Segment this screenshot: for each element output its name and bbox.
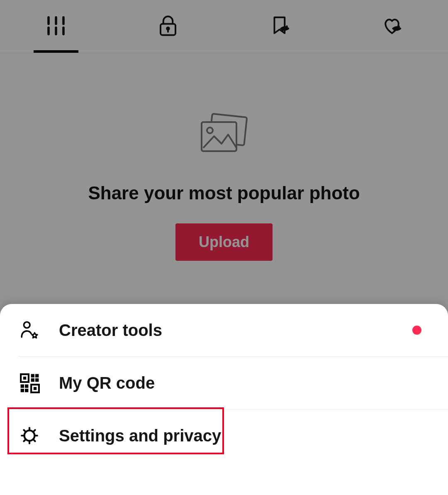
grid-icon bbox=[45, 15, 67, 39]
empty-state-title: Share your most popular photo bbox=[88, 183, 360, 203]
svg-rect-23 bbox=[21, 385, 24, 387]
profile-tabs bbox=[0, 0, 448, 53]
lock-icon bbox=[157, 15, 179, 39]
svg-rect-25 bbox=[21, 389, 24, 392]
svg-rect-26 bbox=[25, 389, 28, 392]
tab-heart-hidden[interactable] bbox=[336, 0, 448, 53]
heart-hidden-icon bbox=[381, 15, 403, 39]
menu-label: Settings and privacy bbox=[59, 426, 221, 445]
svg-rect-19 bbox=[31, 374, 34, 377]
empty-state: Share your most popular photo Upload bbox=[0, 53, 448, 261]
menu-item-creator-tools[interactable]: Creator tools bbox=[0, 304, 448, 356]
creator-tools-icon bbox=[18, 319, 41, 341]
settings-icon bbox=[18, 424, 41, 447]
svg-rect-22 bbox=[36, 379, 39, 382]
upload-button[interactable]: Upload bbox=[175, 223, 273, 261]
profile-screen: Share your most popular photo Upload Cre… bbox=[0, 0, 448, 495]
svg-rect-18 bbox=[23, 377, 26, 379]
menu-label: My QR code bbox=[59, 374, 155, 392]
tab-locked[interactable] bbox=[112, 0, 224, 53]
svg-rect-21 bbox=[31, 379, 34, 382]
svg-line-36 bbox=[24, 439, 26, 441]
menu-item-qr-code[interactable]: My QR code bbox=[18, 356, 448, 409]
svg-line-37 bbox=[33, 430, 35, 432]
svg-rect-20 bbox=[36, 374, 39, 377]
svg-rect-28 bbox=[34, 387, 36, 390]
tab-grid[interactable] bbox=[0, 0, 112, 53]
svg-rect-14 bbox=[202, 122, 236, 151]
notification-dot bbox=[412, 326, 421, 335]
svg-rect-24 bbox=[25, 385, 28, 387]
options-sheet: Creator tools bbox=[0, 304, 448, 495]
qr-code-icon bbox=[18, 372, 41, 394]
svg-line-35 bbox=[33, 439, 35, 441]
photos-icon bbox=[195, 111, 253, 163]
menu-label: Creator tools bbox=[59, 321, 162, 340]
tab-bookmark-hidden[interactable] bbox=[224, 0, 336, 53]
bookmark-hidden-icon bbox=[269, 15, 291, 39]
svg-line-34 bbox=[24, 430, 26, 432]
svg-point-16 bbox=[24, 322, 30, 328]
menu-item-settings-privacy[interactable]: Settings and privacy bbox=[18, 409, 448, 462]
